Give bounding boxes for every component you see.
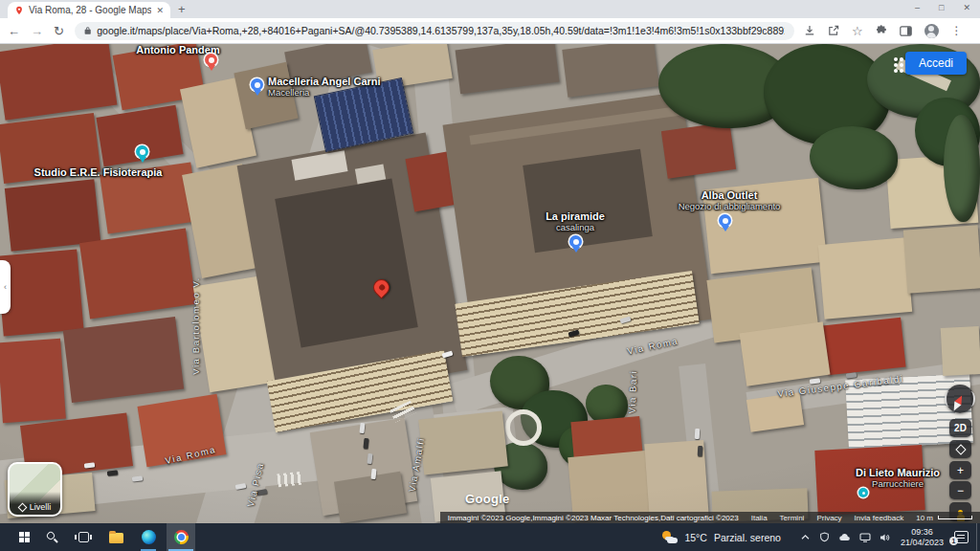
chrome-button[interactable] <box>167 523 195 551</box>
reload-icon[interactable]: ↻ <box>54 24 64 38</box>
street-label: Via Bari <box>627 369 639 413</box>
download-icon[interactable] <box>804 25 815 36</box>
weather-widget[interactable]: 15°C Parzial. sereno <box>662 531 781 543</box>
edge-icon <box>142 530 156 544</box>
lock-icon <box>84 26 91 35</box>
map-building <box>63 317 184 403</box>
shopping-pin-icon[interactable] <box>719 214 731 227</box>
google-apps-grid-icon[interactable] <box>894 57 898 61</box>
map-attribution: Immagini ©2023 Google,Immagini ©2023 Max… <box>440 512 980 523</box>
poi-label[interactable]: Alba Outlet Negozio di abbigliamento <box>657 189 801 212</box>
display-icon[interactable] <box>859 533 871 542</box>
volume-icon[interactable] <box>880 533 890 542</box>
tab-title: Via Roma, 28 - Google Maps <box>29 5 151 15</box>
toolbar-icons: ☆ ⋮ <box>804 24 963 38</box>
satellite-map[interactable]: Antonio Pandem Macelleria Angel Carni Ma… <box>0 44 980 523</box>
maximize-icon[interactable]: □ <box>939 3 944 12</box>
weather-sun-cloud-icon <box>662 531 678 543</box>
weather-temp: 15°C <box>684 532 706 543</box>
barber-pin-icon[interactable] <box>858 488 868 497</box>
back-icon[interactable]: ← <box>8 24 20 38</box>
poi-label[interactable]: Studio E.R.E. Fisioterapia <box>19 166 177 178</box>
map-building <box>456 44 560 94</box>
attribution-link[interactable]: Privacy <box>816 514 841 522</box>
map-building <box>334 472 407 523</box>
map-roundabout <box>505 409 542 446</box>
map-building <box>740 321 831 386</box>
start-button[interactable] <box>4 523 33 551</box>
extensions-puzzle-icon[interactable] <box>876 25 887 36</box>
map-building <box>818 237 912 320</box>
map-building <box>0 44 117 121</box>
menu-kebab-icon[interactable]: ⋮ <box>951 25 963 36</box>
layers-icon <box>17 503 27 513</box>
shopping-pin-icon[interactable] <box>251 78 263 91</box>
poi-label[interactable]: Antonio Pandem <box>111 44 245 55</box>
google-watermark: Google <box>465 492 510 506</box>
forward-icon[interactable]: → <box>31 24 43 38</box>
map-car <box>698 446 703 456</box>
attribution-link[interactable]: Italia <box>751 514 768 522</box>
layers-label: Livelli <box>30 502 52 512</box>
taskbar-clock[interactable]: 09:36 21/04/2023 <box>901 527 944 547</box>
zoom-in-button[interactable]: + <box>949 461 971 479</box>
profile-avatar[interactable] <box>924 24 939 38</box>
sign-in-button[interactable]: Accedi <box>905 52 967 75</box>
map-building <box>661 121 736 179</box>
layers-control[interactable]: Livelli <box>8 462 62 517</box>
map-car <box>695 429 701 439</box>
minimize-icon[interactable]: – <box>915 3 920 12</box>
2d-mode-button[interactable]: 2D <box>949 419 971 437</box>
scale-label: 10 m <box>916 514 933 522</box>
task-view-button[interactable] <box>69 523 98 551</box>
address-bar[interactable]: google.it/maps/place/Via+Roma,+28,+84016… <box>75 22 794 40</box>
copyright-text: Immagini ©2023 Google,Immagini ©2023 Max… <box>448 514 739 522</box>
map-tree <box>944 115 980 222</box>
bookmark-star-icon[interactable]: ☆ <box>852 25 863 37</box>
shopping-pin-icon[interactable] <box>569 235 582 248</box>
health-pin-icon[interactable] <box>136 145 148 158</box>
windows-logo-icon <box>19 532 24 537</box>
close-icon[interactable]: ✕ <box>963 3 970 12</box>
attribution-link[interactable]: Termini <box>780 514 805 522</box>
edge-button[interactable] <box>134 523 163 551</box>
clock-time: 09:36 <box>901 527 944 538</box>
restaurant-pin-icon[interactable] <box>205 54 217 66</box>
map-building <box>941 326 980 376</box>
zoom-out-button[interactable]: − <box>949 481 971 499</box>
street-label: Via Bartolomeo V. <box>190 276 201 375</box>
taskbar-search[interactable] <box>36 523 65 551</box>
map-detail <box>523 149 653 253</box>
poi-label[interactable]: Di Lieto Maurizio Parrucchiere <box>831 467 965 490</box>
action-center-icon[interactable]: 1 <box>954 531 969 543</box>
window-controls: – □ ✕ <box>915 3 970 12</box>
map-building <box>562 44 658 98</box>
poi-label[interactable]: Macelleria Angel Carni Macelleria <box>268 76 431 99</box>
tab-google-maps[interactable]: Via Roma, 28 - Google Maps ✕ <box>8 2 170 18</box>
file-explorer-button[interactable] <box>101 523 130 551</box>
security-shield-icon[interactable] <box>819 532 830 542</box>
maps-pin-favicon <box>14 6 24 15</box>
browser-tabstrip: Via Roma, 28 - Google Maps ✕ + – □ ✕ <box>0 0 980 18</box>
attribution-link[interactable]: Invia feedback <box>855 514 904 522</box>
share-icon[interactable] <box>828 25 839 36</box>
browser-toolbar: ← → ↻ google.it/maps/place/Via+Roma,+28,… <box>0 18 980 44</box>
tilt-icon <box>955 444 966 454</box>
url-text: google.it/maps/place/Via+Roma,+28,+84016… <box>97 25 785 36</box>
side-panel-toggle[interactable]: ‹ <box>0 260 11 314</box>
map-crosswalk <box>277 472 302 488</box>
map-building <box>903 225 980 293</box>
onedrive-cloud-icon[interactable] <box>838 533 851 541</box>
compass-control[interactable] <box>946 385 974 413</box>
system-tray <box>800 532 890 542</box>
show-desktop-button[interactable] <box>976 523 980 551</box>
new-tab-button[interactable]: + <box>178 2 186 16</box>
search-icon <box>45 530 56 540</box>
map-building <box>0 249 84 336</box>
poi-label[interactable]: La piramide casalinga <box>513 210 637 233</box>
tab-close-icon[interactable]: ✕ <box>156 6 164 15</box>
tilt-control-button[interactable] <box>949 440 971 458</box>
folder-icon <box>109 533 123 543</box>
tray-chevron-icon[interactable] <box>800 533 811 541</box>
side-panel-icon[interactable] <box>900 26 912 36</box>
